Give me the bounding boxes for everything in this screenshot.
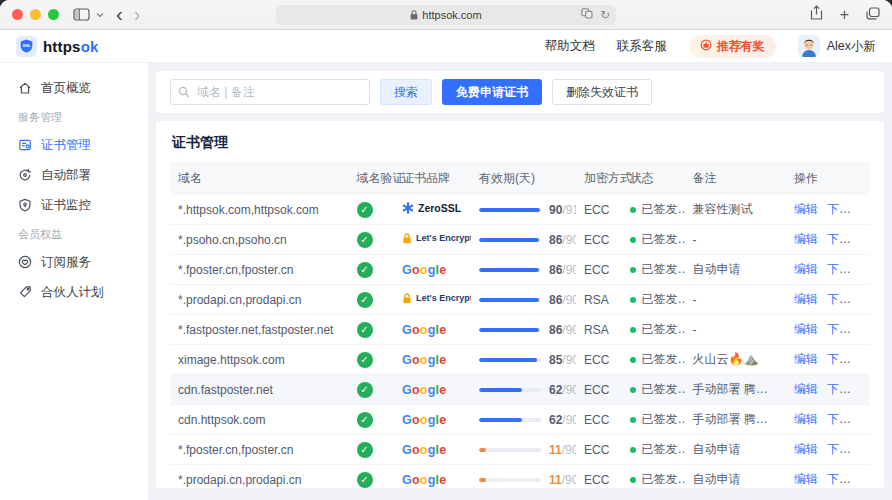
- google-logo: Google: [402, 263, 446, 277]
- row-actions: 编辑下载删除: [786, 225, 870, 255]
- edit-link[interactable]: 编辑: [794, 262, 818, 276]
- download-link[interactable]: 下载: [827, 352, 851, 366]
- delete-link[interactable]: 删除: [860, 442, 870, 456]
- validity-cell: 11/90: [479, 473, 568, 487]
- table-header-row: 域名 域名验证 证书品牌 有效期(天) 加密方式 状态 备注 操作: [170, 162, 870, 195]
- forward-button[interactable]: ›: [134, 4, 141, 24]
- address-bar[interactable]: httpsok.com ↻: [276, 5, 616, 25]
- col-remark: 备注: [685, 162, 787, 195]
- sidebar-item-auto-deploy[interactable]: 自动部署: [0, 160, 148, 190]
- download-link[interactable]: 下载: [827, 322, 851, 336]
- edit-link[interactable]: 编辑: [794, 292, 818, 306]
- share-icon[interactable]: [810, 5, 823, 24]
- delete-link[interactable]: 删除: [860, 322, 870, 336]
- table-row: *.fastposter.net,fastposter.net ✓ Google…: [170, 315, 870, 345]
- delete-link[interactable]: 删除: [860, 382, 870, 396]
- download-link[interactable]: 下载: [827, 382, 851, 396]
- remark-cell: 兼容性测试: [693, 202, 753, 216]
- contact-support-link[interactable]: 联系客服: [617, 38, 667, 55]
- delete-link[interactable]: 删除: [860, 292, 870, 306]
- validity-progress-bar: [479, 328, 541, 332]
- cert-table: 域名 域名验证 证书品牌 有效期(天) 加密方式 状态 备注 操作 *.http…: [170, 162, 870, 495]
- status-dot-icon: [630, 297, 636, 303]
- download-link[interactable]: 下载: [827, 412, 851, 426]
- download-link[interactable]: 下载: [827, 292, 851, 306]
- domain-cell: *.psoho.cn,psoho.cn: [178, 233, 287, 247]
- edit-link[interactable]: 编辑: [794, 442, 818, 456]
- validity-cell: 90/91: [479, 203, 568, 217]
- sidebar-item-cert-monitor[interactable]: 证书监控: [0, 190, 148, 220]
- status-dot-icon: [630, 447, 636, 453]
- sidebar-item-subscribe[interactable]: 订阅服务: [0, 247, 148, 277]
- google-logo: Google: [402, 473, 446, 487]
- page-title: 证书管理: [170, 132, 870, 162]
- close-window-button[interactable]: [12, 9, 23, 20]
- row-actions: 编辑下载删除: [786, 315, 870, 345]
- col-domain: 域名: [170, 162, 349, 195]
- sidebar-toggle-icon[interactable]: [73, 8, 90, 21]
- sidebar-item-label: 自动部署: [41, 167, 91, 184]
- encryption-cell: ECC: [584, 473, 609, 487]
- tabs-overview-icon[interactable]: [866, 6, 880, 24]
- zoom-window-button[interactable]: [48, 9, 59, 20]
- minimize-window-button[interactable]: [30, 9, 41, 20]
- translate-icon[interactable]: [581, 8, 593, 22]
- delete-link[interactable]: 删除: [860, 352, 870, 366]
- download-link[interactable]: 下载: [827, 472, 851, 486]
- edit-link[interactable]: 编辑: [794, 202, 818, 216]
- delete-invalid-cert-button[interactable]: 删除失效证书: [552, 79, 652, 105]
- partner-icon: [18, 285, 32, 299]
- validity-cell: 86/90: [479, 323, 568, 337]
- referral-badge[interactable]: 推荐有奖: [689, 35, 776, 58]
- download-link[interactable]: 下载: [827, 202, 851, 216]
- delete-link[interactable]: 删除: [860, 262, 870, 276]
- delete-link[interactable]: 删除: [860, 472, 870, 486]
- back-button[interactable]: ‹: [116, 4, 123, 24]
- sidebar-item-home[interactable]: 首页概览: [0, 73, 148, 103]
- edit-link[interactable]: 编辑: [794, 382, 818, 396]
- help-docs-link[interactable]: 帮助文档: [545, 38, 595, 55]
- sidebar-item-partner[interactable]: 合伙人计划: [0, 277, 148, 307]
- edit-link[interactable]: 编辑: [794, 352, 818, 366]
- edit-link[interactable]: 编辑: [794, 232, 818, 246]
- validity-cell: 86/90: [479, 293, 568, 307]
- new-tab-button[interactable]: +: [840, 7, 849, 23]
- remark-cell: 手动部署 腾讯云CDN 申请: [693, 412, 787, 426]
- reload-icon[interactable]: ↻: [600, 8, 610, 22]
- delete-link[interactable]: 删除: [860, 412, 870, 426]
- download-link[interactable]: 下载: [827, 442, 851, 456]
- edit-link[interactable]: 编辑: [794, 412, 818, 426]
- zerossl-logo: ZeroSSL: [402, 202, 461, 214]
- domain-cell: ximage.httpsok.com: [178, 353, 285, 367]
- chevron-down-icon[interactable]: [96, 12, 104, 18]
- domain-cell: *.prodapi.cn,prodapi.cn: [178, 293, 301, 307]
- sidebar-item-label: 首页概览: [41, 80, 91, 97]
- search-input[interactable]: [170, 79, 370, 105]
- user-menu[interactable]: Alex小新: [798, 35, 876, 57]
- shield-logo-icon: SSL: [16, 36, 37, 57]
- encryption-cell: RSA: [584, 323, 609, 337]
- table-row: ximage.httpsok.com ✓ Google 85/90 ECC 已签…: [170, 345, 870, 375]
- home-icon: [18, 81, 32, 95]
- edit-link[interactable]: 编辑: [794, 322, 818, 336]
- status-badge: 已签发: [630, 201, 678, 218]
- delete-link[interactable]: 删除: [860, 232, 870, 246]
- table-row: cdn.httpsok.com ✓ Google 62/90 ECC 已签发: [170, 405, 870, 435]
- table-row: *.psoho.cn,psoho.cn ✓ Let's Encrypt 86/9…: [170, 225, 870, 255]
- lets-encrypt-logo: Let's Encrypt: [402, 293, 471, 304]
- sidebar-item-cert-manage[interactable]: 证书管理: [0, 130, 148, 160]
- sidebar-section-membership: 会员权益: [0, 220, 148, 247]
- status-dot-icon: [630, 237, 636, 243]
- validity-progress-bar: [479, 268, 541, 272]
- apply-cert-button[interactable]: 免费申请证书: [442, 79, 542, 105]
- search-button[interactable]: 搜索: [380, 79, 432, 105]
- edit-link[interactable]: 编辑: [794, 472, 818, 486]
- table-row: *.fposter.cn,fposter.cn ✓ Google 86/90 E…: [170, 255, 870, 285]
- google-logo: Google: [402, 353, 446, 367]
- app-logo[interactable]: SSL httpsok: [16, 36, 99, 57]
- delete-link[interactable]: 删除: [860, 202, 870, 216]
- download-link[interactable]: 下载: [827, 232, 851, 246]
- remark-cell: -: [693, 293, 697, 307]
- download-link[interactable]: 下载: [827, 262, 851, 276]
- verified-check-icon: ✓: [357, 382, 373, 398]
